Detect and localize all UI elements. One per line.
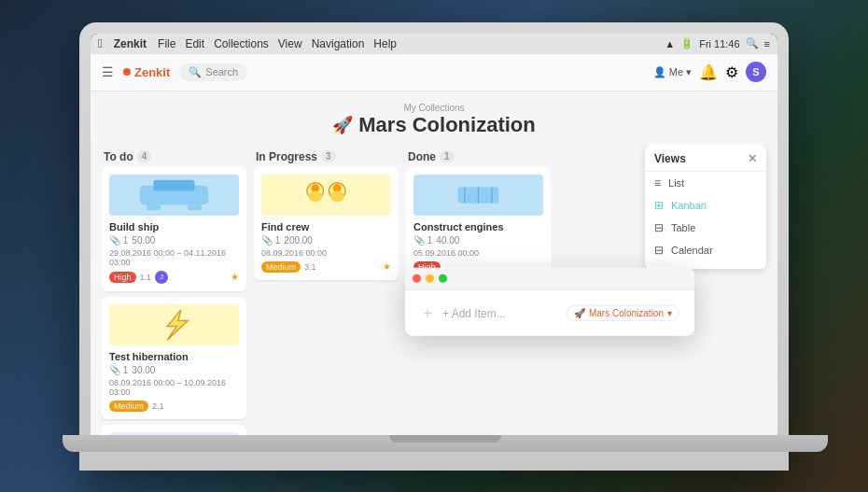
menu-edit[interactable]: Edit (185, 37, 204, 50)
avatar[interactable]: S (746, 62, 766, 82)
card-test-hibernation[interactable]: Test hibernation 📎 1 30.00 08.09.2016 00… (102, 297, 246, 419)
card-build-ship-date: 29.08.2016 00:00 – 04.11.2016 03:00 (109, 248, 239, 267)
column-in-progress-label: In Progress (256, 150, 317, 163)
menubar:  Zenkit File Edit Collections View Navi… (91, 34, 777, 54)
time-display: Fri 11:46 (699, 38, 739, 49)
column-done-count: 1 (440, 150, 455, 162)
settings-icon[interactable]: ⚙ (725, 63, 738, 81)
view-item-calendar[interactable]: ⊟ Calendar (645, 239, 766, 261)
card-build-ship-footer: High 1.1 J ★ (109, 271, 239, 284)
view-list-label: List (668, 177, 684, 189)
app-window: ☰ Zenkit 🔍 Search 👤 Me ▾ 🔔 ⚙ (91, 54, 777, 435)
column-todo-cards: Build ship 📎 1 50.00 29.08.2016 00:00 – … (102, 167, 246, 435)
user-button[interactable]: 👤 Me ▾ (653, 66, 692, 78)
kanban-view-icon: ⊞ (654, 199, 664, 212)
card-crew-date: 08.09.2016 00:00 (261, 248, 391, 258)
laptop-notch (389, 435, 501, 443)
card-engines-image (413, 175, 543, 216)
screen-bezel:  Zenkit File Edit Collections View Navi… (91, 34, 777, 435)
card-flight-menu[interactable]: Choose flight menu 📎 1 15.00 13.09.2016 … (102, 425, 246, 435)
card-hibernation-image (109, 304, 239, 345)
sidebar-toggle-icon[interactable]: ☰ (102, 64, 114, 79)
app-toolbar: ☰ Zenkit 🔍 Search 👤 Me ▾ 🔔 ⚙ (91, 54, 777, 91)
star-crew-icon: ★ (383, 261, 391, 272)
column-done-label: Done (408, 150, 436, 163)
page-title-text: Mars Colonization (358, 113, 535, 137)
card-build-ship[interactable]: Build ship 📎 1 50.00 29.08.2016 00:00 – … (102, 167, 246, 291)
new-item-modal: ＋ + Add Item... 🚀 Mars Colonization ▾ (405, 268, 694, 336)
view-kanban-label: Kanban (671, 200, 707, 211)
view-item-table[interactable]: ⊟ Table (645, 217, 766, 239)
notification-icon[interactable]: 🔔 (699, 63, 718, 81)
card-find-crew[interactable]: Find crew 📎 1 200.00 08.09.2016 00:00 Me… (254, 167, 399, 280)
rocket-icon: 🚀 (332, 115, 353, 135)
menu-navigation[interactable]: Navigation (312, 37, 365, 50)
card-engines-title: Construct engines (413, 221, 543, 232)
menubar-right: ▲ 🔋 Fri 11:46 🔍 ≡ (665, 37, 770, 49)
add-item-input[interactable]: + Add Item... (442, 307, 559, 320)
search-bar[interactable]: 🔍 Search (179, 63, 247, 81)
menu-file[interactable]: File (158, 37, 175, 50)
card-hibernation-meta: 📎 1 30.00 (109, 365, 239, 375)
ship-illustration (109, 175, 239, 216)
list-view-icon: ≡ (654, 176, 661, 190)
svg-point-15 (330, 190, 344, 202)
search-menubar-icon[interactable]: 🔍 (746, 37, 759, 49)
search-icon: 🔍 (189, 66, 202, 78)
menu-collections[interactable]: Collections (214, 37, 269, 50)
card-build-ship-meta: 📎 1 50.00 (109, 235, 239, 246)
column-todo-header: To do 4 (102, 145, 246, 167)
views-panel: Views ✕ ≡ List ⊞ Kanban ⊟ Table (645, 145, 766, 269)
zenkit-logo: Zenkit (123, 65, 170, 79)
card-hibernation-date: 08.09.2016 00:00 – 10.09.2016 03:00 (109, 378, 239, 397)
traffic-light-green[interactable] (439, 274, 447, 283)
column-todo-count: 4 (137, 150, 152, 162)
control-center-icon[interactable]: ≡ (764, 38, 770, 49)
view-item-list[interactable]: ≡ List (645, 172, 766, 194)
laptop-outer:  Zenkit File Edit Collections View Navi… (79, 22, 789, 471)
card-crew-meta: 📎 1 200.00 (261, 235, 391, 246)
add-item-icon: ＋ (420, 303, 435, 323)
column-in-progress: In Progress 3 (254, 145, 399, 435)
menubar-items: File Edit Collections View Navigation He… (158, 37, 397, 50)
svg-rect-1 (154, 179, 195, 190)
views-close-button[interactable]: ✕ (748, 152, 757, 165)
main-content: To do 4 (91, 145, 777, 435)
rocket-small-icon: 🚀 (574, 308, 585, 318)
card-engines-date: 05.09.2016 00:00 (413, 248, 543, 258)
card-crew-footer: Medium 3.1 ★ (261, 261, 391, 273)
menubar-left:  Zenkit File Edit Collections View Navi… (98, 36, 397, 50)
svg-point-12 (308, 190, 322, 202)
traffic-light-yellow[interactable] (426, 274, 434, 283)
column-todo: To do 4 (102, 145, 246, 435)
laptop-base (63, 435, 828, 452)
wifi-icon: ▲ (665, 38, 675, 49)
dropdown-icon: ▾ (667, 308, 672, 318)
svg-rect-3 (188, 204, 202, 210)
search-placeholder-text: Search (205, 66, 238, 77)
view-item-kanban[interactable]: ⊞ Kanban (645, 194, 766, 217)
badge-medium-crew: Medium (261, 261, 301, 273)
dot-badge: J (155, 271, 168, 284)
traffic-light-red[interactable] (413, 274, 421, 283)
column-in-progress-header: In Progress 3 (254, 145, 399, 167)
menu-help[interactable]: Help (373, 37, 397, 50)
column-in-progress-cards: Find crew 📎 1 200.00 08.09.2016 00:00 Me… (254, 167, 399, 435)
toolbar-right: 👤 Me ▾ 🔔 ⚙ S (653, 62, 766, 82)
card-hibernation-title: Test hibernation (109, 351, 239, 362)
star-icon: ★ (231, 272, 239, 282)
collection-tag-label: Mars Colonization (589, 308, 664, 318)
page-header: My Collections 🚀 Mars Colonization (91, 91, 777, 145)
card-build-ship-image (109, 175, 239, 216)
menubar-app-name: Zenkit (114, 37, 147, 50)
modal-body: ＋ + Add Item... 🚀 Mars Colonization ▾ (405, 290, 694, 336)
card-engines-meta: 📎 1 40.00 (413, 235, 543, 246)
battery-icon: 🔋 (680, 37, 693, 49)
menu-view[interactable]: View (278, 37, 302, 50)
card-engines[interactable]: Construct engines 📎 1 40.00 05.09.2016 0… (406, 167, 551, 280)
lightning-illustration (109, 304, 239, 345)
collection-tag[interactable]: 🚀 Mars Colonization ▾ (567, 305, 679, 321)
view-calendar-label: Calendar (671, 245, 713, 256)
card-build-ship-title: Build ship (109, 221, 239, 232)
badge-medium: Medium (109, 401, 148, 412)
